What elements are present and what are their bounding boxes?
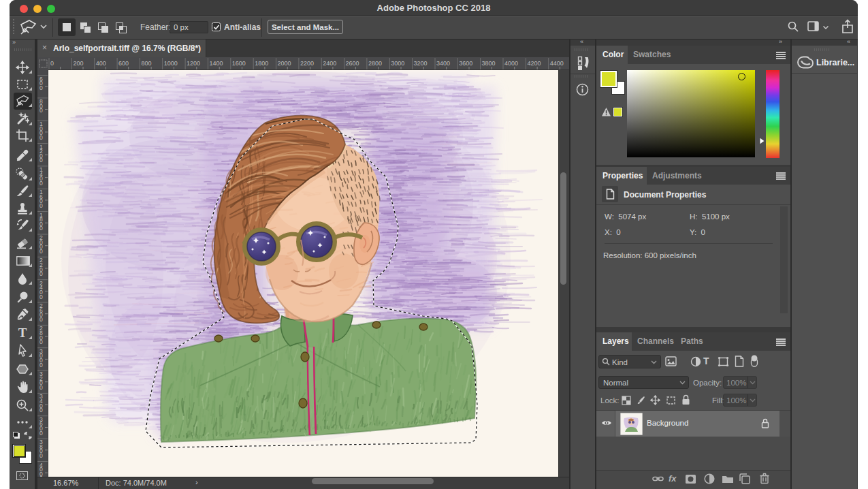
svg-text:0: 0: [39, 294, 43, 300]
svg-text:0: 0: [50, 60, 54, 67]
svg-text:4400: 4400: [550, 60, 564, 67]
svg-text:3800: 3800: [482, 60, 496, 67]
svg-text:0: 0: [39, 134, 43, 141]
svg-text:T: T: [18, 326, 27, 340]
svg-text:0: 0: [39, 338, 43, 345]
svg-text:600: 600: [118, 60, 129, 67]
svg-text:3600: 3600: [459, 60, 472, 67]
svg-text:0: 0: [39, 384, 43, 391]
svg-text:2000: 2000: [278, 60, 291, 67]
svg-text:0: 0: [39, 407, 43, 413]
svg-text:0: 0: [39, 270, 43, 277]
svg-text:1000: 1000: [164, 60, 178, 67]
svg-text:0: 0: [39, 362, 43, 368]
svg-text:0: 0: [39, 430, 43, 437]
svg-text:0: 0: [39, 202, 43, 209]
svg-text:200: 200: [73, 60, 83, 67]
svg-text:400: 400: [96, 60, 106, 67]
svg-text:2600: 2600: [346, 60, 359, 67]
svg-text:3200: 3200: [414, 60, 428, 67]
svg-text:0: 0: [39, 452, 43, 459]
svg-text:0: 0: [39, 107, 43, 114]
svg-text:800: 800: [141, 60, 151, 67]
svg-text:1400: 1400: [210, 60, 223, 67]
svg-text:0: 0: [39, 248, 43, 255]
svg-text:0: 0: [39, 225, 43, 232]
svg-text:1200: 1200: [187, 60, 200, 67]
svg-text:0: 0: [39, 180, 43, 187]
svg-text:4000: 4000: [504, 60, 518, 67]
svg-text:2200: 2200: [300, 60, 314, 67]
svg-text:0: 0: [39, 157, 43, 163]
svg-text:3400: 3400: [436, 60, 450, 67]
svg-text:0: 0: [39, 316, 43, 323]
svg-text:1600: 1600: [232, 60, 246, 67]
svg-text:0: 0: [39, 84, 43, 91]
svg-text:2800: 2800: [368, 60, 382, 67]
svg-text:1800: 1800: [255, 60, 268, 67]
svg-text:3000: 3000: [391, 60, 404, 67]
svg-text:4200: 4200: [527, 60, 541, 67]
svg-text:2400: 2400: [323, 60, 336, 67]
